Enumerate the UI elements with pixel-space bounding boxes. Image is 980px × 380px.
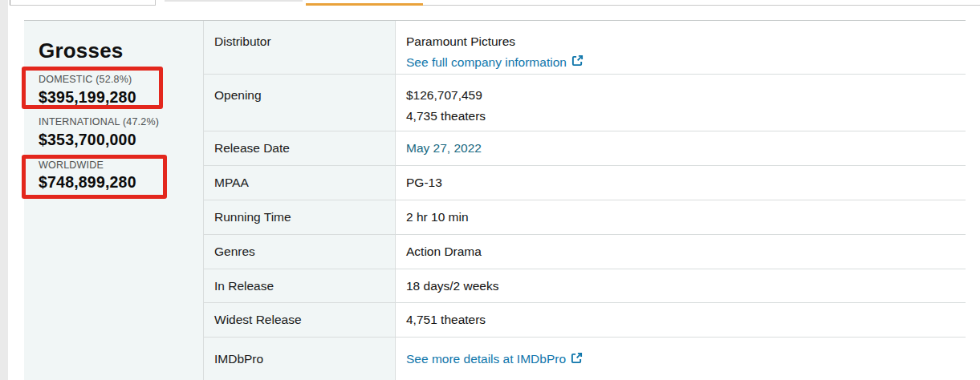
- row-value: 18 days/2 weeks: [396, 269, 966, 302]
- row-label: Widest Release: [204, 303, 396, 337]
- domestic-gross-value: $395,199,280: [39, 88, 136, 107]
- distributor-name: Paramount Pictures: [406, 33, 966, 51]
- details-table: Distributor Paramount Pictures See full …: [204, 21, 966, 380]
- table-row-opening: Opening $126,707,459 4,735 theaters: [204, 75, 966, 131]
- external-link-icon: [571, 55, 584, 71]
- release-date-link[interactable]: May 27, 2022: [406, 140, 482, 156]
- tab-bar-bottom-rule-right: [423, 5, 980, 6]
- grosses-panel: Grosses DOMESTIC (52.8%) $395,199,280 IN…: [24, 21, 204, 380]
- summary-card: Grosses DOMESTIC (52.8%) $395,199,280 IN…: [24, 20, 966, 380]
- row-value: $126,707,459 4,735 theaters: [396, 75, 966, 131]
- row-value: May 27, 2022: [396, 131, 966, 165]
- table-row-mpaa: MPAA PG-13: [204, 166, 966, 200]
- table-row-distributor: Distributor Paramount Pictures See full …: [204, 21, 966, 75]
- active-tab-underline[interactable]: [306, 3, 423, 6]
- opening-gross: $126,707,459: [406, 87, 966, 104]
- table-row-genres: Genres Action Drama: [204, 235, 966, 269]
- page-left-gutter: [0, 0, 8, 380]
- row-value: See more details at IMDbPro: [396, 338, 966, 380]
- worldwide-gross-value: $748,899,280: [39, 173, 136, 192]
- table-row-running-time: Running Time 2 hr 10 min: [204, 200, 966, 235]
- in-release-value: 18 days/2 weeks: [406, 277, 966, 295]
- row-value: 4,751 theaters: [396, 303, 966, 337]
- opening-theaters: 4,735 theaters: [406, 107, 966, 125]
- genres-value: Action Drama: [406, 243, 966, 261]
- table-row-in-release: In Release 18 days/2 weeks: [204, 269, 966, 303]
- row-value: PG-13: [396, 166, 966, 200]
- row-label: IMDbPro: [204, 338, 396, 380]
- row-label: Running Time: [204, 200, 396, 234]
- row-label: In Release: [204, 269, 396, 302]
- row-value: 2 hr 10 min: [396, 200, 966, 234]
- international-share-label: INTERNATIONAL (47.2%): [39, 116, 159, 127]
- table-row-imdbpro: IMDbPro See more details at IMDbPro: [204, 338, 966, 380]
- external-link-icon: [571, 352, 583, 368]
- international-gross-value: $353,700,000: [39, 131, 136, 149]
- running-time-value: 2 hr 10 min: [406, 208, 966, 226]
- row-label: Genres: [204, 235, 396, 269]
- row-label: Release Date: [204, 131, 396, 165]
- row-value: Action Drama: [396, 235, 966, 269]
- mpaa-rating: PG-13: [406, 174, 966, 192]
- row-label: MPAA: [204, 166, 396, 200]
- table-row-release-date: Release Date May 27, 2022: [204, 131, 966, 166]
- inactive-tab-edge[interactable]: [165, 0, 303, 2]
- company-info-link[interactable]: See full company information: [406, 54, 584, 71]
- table-row-widest-release: Widest Release 4,751 theaters: [204, 303, 966, 338]
- domestic-share-label: DOMESTIC (52.8%): [39, 74, 132, 85]
- tab-bar-bottom-rule-left: [10, 5, 155, 6]
- worldwide-label: WORLDWIDE: [39, 160, 104, 171]
- row-label: Opening: [204, 75, 396, 131]
- screenshot-root: Grosses DOMESTIC (52.8%) $395,199,280 IN…: [0, 0, 980, 380]
- widest-release-value: 4,751 theaters: [406, 311, 966, 329]
- grosses-title: Grosses: [39, 38, 123, 63]
- tab-divider: [155, 0, 156, 6]
- row-label: Distributor: [204, 21, 396, 74]
- row-value: Paramount Pictures See full company info…: [396, 21, 966, 74]
- imdbpro-link[interactable]: See more details at IMDbPro: [406, 351, 583, 368]
